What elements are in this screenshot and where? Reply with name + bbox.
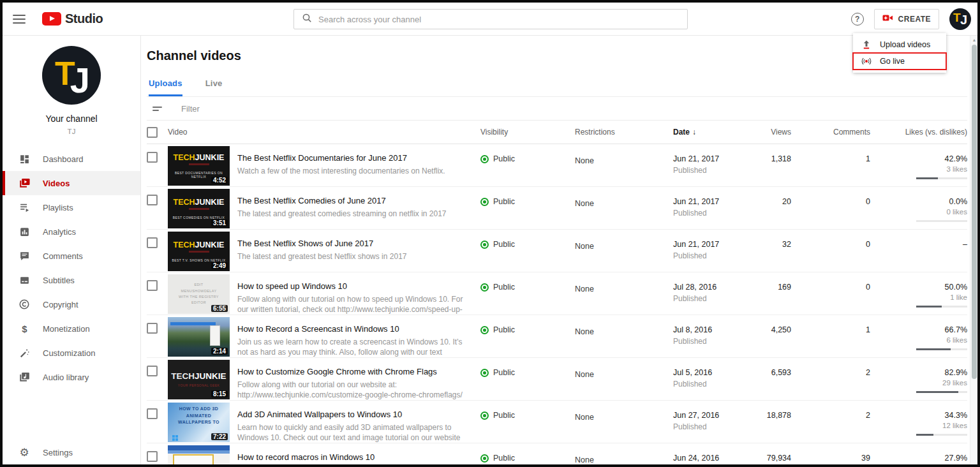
video-thumbnail[interactable]: TECHJUNKIE BEST COMEDIES ON NETFLIX 3:51 bbox=[168, 189, 230, 228]
row-checkbox[interactable] bbox=[147, 323, 158, 334]
row-checkbox[interactable] bbox=[147, 408, 158, 419]
visibility-cell[interactable]: Public bbox=[477, 144, 572, 186]
upload-icon bbox=[861, 40, 872, 50]
sidebar-item-label: Monetization bbox=[43, 324, 90, 334]
video-thumbnail[interactable]: TECHJUNKIE BEST DOCUMENTARIES ON NETFLIX… bbox=[168, 146, 230, 186]
row-checkbox[interactable] bbox=[147, 152, 158, 163]
likes-sublabel: 3 likes bbox=[870, 165, 967, 173]
menu-item-upload-videos[interactable]: Upload videos bbox=[853, 36, 946, 53]
hamburger-menu-icon[interactable] bbox=[13, 15, 26, 24]
scrollbar-thumb[interactable] bbox=[972, 45, 977, 379]
youtube-studio-logo[interactable]: Studio bbox=[42, 11, 103, 26]
video-title[interactable]: How to speed up Windows 10 bbox=[237, 281, 464, 291]
likes-percent: 66.7% bbox=[870, 325, 967, 334]
sidebar-item-audio-library[interactable]: Audio library bbox=[3, 365, 140, 389]
video-title[interactable]: The Best Netflix Comedies of June 2017 bbox=[237, 196, 464, 205]
likes-bar bbox=[916, 391, 967, 393]
channel-avatar[interactable]: T J bbox=[42, 46, 101, 105]
sidebar-item-subtitles[interactable]: Subtitles bbox=[3, 268, 140, 292]
avatar-letter-j: J bbox=[960, 13, 967, 27]
sidebar-item-copyright[interactable]: Copyright bbox=[3, 292, 140, 316]
sidebar-item-analytics[interactable]: Analytics bbox=[3, 219, 140, 244]
video-title[interactable]: How to record macros in Windows 10 bbox=[237, 452, 464, 462]
sidebar: T J Your channel TJ Dashboard Videos Pla… bbox=[3, 36, 141, 464]
search-icon bbox=[302, 13, 312, 26]
header-likes: Likes (vs. dislikes) bbox=[870, 128, 967, 137]
restrictions-value: None bbox=[575, 156, 594, 165]
date-value: Jun 21, 2017 bbox=[673, 154, 753, 163]
video-title[interactable]: The Best Netflix Shows of June 2017 bbox=[237, 239, 464, 248]
search-input[interactable] bbox=[318, 15, 679, 24]
public-visibility-icon bbox=[480, 411, 489, 420]
publish-status: Published bbox=[673, 422, 753, 431]
header-date-sort[interactable]: Date↓ bbox=[670, 128, 753, 137]
thumbnail-caption: BEST T.V. SHOWS ON NETFLIX bbox=[172, 258, 226, 262]
thumbnail-caption: YOUR PERSONAL GEEK bbox=[178, 383, 219, 387]
restrictions-value: None bbox=[575, 199, 594, 208]
video-duration-badge: 3:51 bbox=[211, 219, 228, 226]
likes-bar bbox=[916, 220, 967, 222]
comments-value: 0 bbox=[791, 187, 870, 229]
create-button-label: CREATE bbox=[898, 15, 931, 24]
account-avatar[interactable]: T J bbox=[949, 8, 971, 30]
vertical-scrollbar[interactable]: ▲ bbox=[970, 36, 977, 464]
video-title[interactable]: The Best Netflix Documentaries for June … bbox=[237, 153, 464, 163]
video-title[interactable]: How to Record a Screencast in Windows 10 bbox=[237, 324, 464, 334]
body: T J Your channel TJ Dashboard Videos Pla… bbox=[3, 36, 977, 464]
video-title[interactable]: Add 3D Animated Wallpapers to Windows 10 bbox=[237, 410, 464, 419]
sidebar-item-settings[interactable]: ⚙ Settings bbox=[3, 440, 140, 464]
sidebar-item-videos[interactable]: Videos bbox=[3, 171, 140, 195]
main-content: Channel videos Uploads Live Filter Video… bbox=[141, 36, 977, 464]
tab-uploads[interactable]: Uploads bbox=[149, 78, 182, 96]
subtitles-icon bbox=[19, 274, 30, 286]
channel-search bbox=[293, 9, 688, 29]
scrollbar-up-arrow[interactable]: ▲ bbox=[970, 38, 978, 42]
video-thumbnail[interactable]: TECHJUNKIE YOUR PERSONAL GEEK 8:15 bbox=[168, 360, 230, 399]
create-dropdown-menu: Upload videos Go live bbox=[853, 33, 946, 73]
row-checkbox[interactable] bbox=[147, 195, 158, 205]
date-value: Jun 24, 2016 bbox=[673, 454, 753, 463]
visibility-cell[interactable]: Public bbox=[477, 230, 572, 272]
help-button[interactable]: ? bbox=[851, 13, 864, 26]
visibility-label: Public bbox=[493, 240, 515, 249]
visibility-cell[interactable]: Public bbox=[477, 187, 572, 229]
menu-item-go-live[interactable]: Go live bbox=[853, 53, 946, 70]
comments-value: 0 bbox=[791, 230, 870, 272]
row-checkbox[interactable] bbox=[147, 280, 158, 291]
create-button[interactable]: CREATE bbox=[874, 9, 939, 29]
sidebar-item-monetization[interactable]: $ Monetization bbox=[3, 316, 140, 341]
video-thumbnail[interactable]: EDIT MENUSHOWDELAY WITH THE REGISTRY EDI… bbox=[168, 274, 230, 314]
likes-bar bbox=[916, 348, 967, 350]
row-checkbox[interactable] bbox=[147, 451, 158, 462]
visibility-cell[interactable]: Public bbox=[477, 358, 572, 400]
video-thumbnail[interactable]: HOW TO ADD 3D ANIMATED WALLPAPERS TO 7:2… bbox=[168, 403, 230, 442]
video-thumbnail[interactable]: 2:14 bbox=[168, 317, 230, 357]
visibility-cell[interactable]: Public bbox=[477, 272, 572, 315]
comments-value: 2 bbox=[791, 401, 870, 443]
visibility-label: Public bbox=[493, 325, 515, 334]
row-checkbox[interactable] bbox=[147, 237, 158, 248]
sidebar-item-customization[interactable]: Customization bbox=[3, 341, 140, 365]
studio-logo-text: Studio bbox=[65, 11, 103, 26]
likes-percent: 50.0% bbox=[870, 283, 967, 292]
sidebar-item-playlists[interactable]: Playlists bbox=[3, 195, 140, 219]
table-row: How to record macros in Windows 10 Need … bbox=[147, 443, 967, 467]
sidebar-item-label: Settings bbox=[43, 448, 73, 457]
select-all-checkbox[interactable] bbox=[147, 127, 158, 138]
filter-bar[interactable]: Filter bbox=[147, 97, 967, 121]
visibility-cell[interactable]: Public bbox=[477, 315, 572, 357]
sidebar-item-dashboard[interactable]: Dashboard bbox=[3, 147, 140, 171]
filter-icon bbox=[152, 107, 162, 111]
video-title[interactable]: How to Customize Google Chrome with Chro… bbox=[237, 367, 464, 376]
row-checkbox[interactable] bbox=[147, 366, 158, 376]
likes-percent: 42.9% bbox=[870, 154, 967, 163]
visibility-cell[interactable]: Public bbox=[477, 443, 572, 467]
sidebar-item-comments[interactable]: Comments bbox=[3, 244, 140, 268]
tab-live[interactable]: Live bbox=[205, 78, 223, 96]
visibility-label: Public bbox=[493, 368, 515, 377]
visibility-cell[interactable]: Public bbox=[477, 401, 572, 443]
publish-status: Published bbox=[673, 209, 753, 218]
menu-item-label: Go live bbox=[880, 57, 905, 66]
video-thumbnail[interactable]: TECHJUNKIE BEST T.V. SHOWS ON NETFLIX 2:… bbox=[168, 232, 230, 271]
video-thumbnail[interactable] bbox=[168, 445, 230, 467]
